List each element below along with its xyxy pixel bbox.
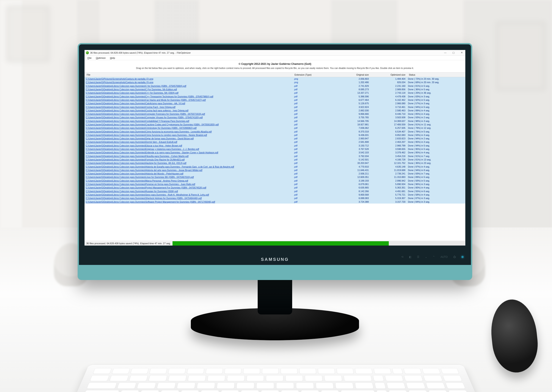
- table-row[interactable]: C:\Users\JavierG\Desktop\Libros Coleccio…: [85, 109, 465, 112]
- table-row[interactable]: C:\Users\JavierG\Desktop\Libros Coleccio…: [85, 182, 465, 186]
- file-link[interactable]: C:\Users\JavierG\Desktop\Libros Coleccio…: [86, 85, 294, 87]
- col-header-status[interactable]: Status: [408, 73, 464, 76]
- file-link[interactable]: C:\Users\JavierG\Desktop\Libros Coleccio…: [86, 134, 294, 136]
- file-link[interactable]: C:\Users\JavierG\Desktop\Libros Coleccio…: [86, 88, 294, 91]
- file-link[interactable]: C:\Users\JavierG\Desktop\Libros Coleccio…: [86, 102, 294, 105]
- table-row[interactable]: C:\Users\JavierG\Desktop\Libros Coleccio…: [85, 95, 465, 98]
- file-link[interactable]: C:\Users\JavierG\Desktop\Libros Coleccio…: [86, 158, 294, 161]
- file-link[interactable]: C:\Users\JavierG\Desktop\Libros Coleccio…: [86, 141, 294, 143]
- table-row[interactable]: C:\Users\JavierG\Desktop\Libros Coleccio…: [85, 179, 465, 182]
- table-row[interactable]: C:\Users\JavierG\Desktop\Libros Coleccio…: [85, 186, 465, 189]
- table-row[interactable]: C:\Users\JavierG\Desktop\Libros Coleccio…: [85, 130, 465, 133]
- col-header-opt[interactable]: Optimized size: [371, 73, 408, 76]
- table-row[interactable]: C:\Users\JavierG\Desktop\Libros Coleccio…: [85, 91, 465, 95]
- table-row[interactable]: C:\Users\JavierG\Desktop\Libros Coleccio…: [85, 126, 465, 130]
- file-link[interactable]: C:\Users\JavierG\Pictures\Screenshots\Ca…: [86, 81, 294, 84]
- file-link[interactable]: C:\Users\JavierG\Desktop\Libros Coleccio…: [86, 183, 294, 185]
- file-link[interactable]: C:\Users\JavierG\Desktop\Libros Coleccio…: [86, 109, 294, 112]
- grid-header[interactable]: File Extension (Type) Original size Opti…: [85, 72, 465, 77]
- window-maximize-button[interactable]: ▢: [451, 51, 456, 54]
- cell-ext: .png: [294, 77, 335, 80]
- file-link[interactable]: C:\Users\JavierG\Desktop\Libros Coleccio…: [86, 95, 294, 98]
- osd-btn-6[interactable]: AUTO: [441, 255, 448, 259]
- table-row[interactable]: C:\Users\JavierG\Desktop\Libros Coleccio…: [85, 88, 465, 91]
- table-row[interactable]: C:\Users\JavierG\Desktop\Libros Coleccio…: [85, 147, 465, 151]
- table-row[interactable]: C:\Users\JavierG\Desktop\Libros Coleccio…: [85, 133, 465, 137]
- file-link[interactable]: C:\Users\JavierG\Desktop\Libros Coleccio…: [86, 113, 294, 115]
- table-row[interactable]: C:\Users\JavierG\Desktop\Libros Coleccio…: [85, 193, 465, 196]
- file-link[interactable]: C:\Users\JavierG\Desktop\Libros Coleccio…: [86, 137, 294, 140]
- keyboard[interactable]: [73, 365, 479, 392]
- table-row[interactable]: C:\Users\JavierG\Desktop\Libros Coleccio…: [85, 151, 465, 154]
- table-row[interactable]: C:\Users\JavierG\Desktop\Libros Coleccio…: [85, 200, 465, 203]
- file-link[interactable]: C:\Users\JavierG\Desktop\Libros Coleccio…: [86, 193, 294, 196]
- window-close-button[interactable]: ✕: [459, 51, 464, 54]
- file-link[interactable]: C:\Users\JavierG\Desktop\Libros Coleccio…: [86, 123, 294, 126]
- table-row[interactable]: C:\Users\JavierG\Desktop\Libros Coleccio…: [85, 137, 465, 140]
- file-link[interactable]: C:\Users\JavierG\Desktop\Libros Coleccio…: [86, 106, 294, 108]
- table-row[interactable]: C:\Users\JavierG\Desktop\Libros Coleccio…: [85, 168, 465, 172]
- table-row[interactable]: C:\Users\JavierG\Pictures\Screenshots\Ca…: [85, 77, 465, 81]
- osd-btn-3[interactable]: ☰: [417, 255, 419, 259]
- file-link[interactable]: C:\Users\JavierG\Desktop\Libros Coleccio…: [86, 169, 294, 171]
- col-header-ext[interactable]: Extension (Type): [294, 73, 335, 76]
- osd-btn-7[interactable]: ⏻: [453, 255, 456, 259]
- file-link[interactable]: C:\Users\JavierG\Desktop\Libros Coleccio…: [86, 201, 294, 203]
- table-row[interactable]: C:\Users\JavierG\Desktop\Libros Coleccio…: [85, 172, 465, 175]
- table-row[interactable]: C:\Users\JavierG\Desktop\Libros Coleccio…: [85, 165, 465, 168]
- table-row[interactable]: C:\Users\JavierG\Desktop\Libros Coleccio…: [85, 140, 465, 144]
- table-row[interactable]: C:\Users\JavierG\Desktop\Libros Coleccio…: [85, 144, 465, 147]
- table-row[interactable]: C:\Users\JavierG\Desktop\Libros Coleccio…: [85, 196, 465, 200]
- file-link[interactable]: C:\Users\JavierG\Desktop\Libros Coleccio…: [86, 116, 294, 119]
- file-link[interactable]: C:\Users\JavierG\Desktop\Libros Coleccio…: [86, 151, 294, 154]
- file-link[interactable]: C:\Users\JavierG\Desktop\Libros Coleccio…: [86, 165, 294, 168]
- table-row[interactable]: C:\Users\JavierG\Desktop\Libros Coleccio…: [85, 158, 465, 161]
- osd-btn-5[interactable]: ⌃: [433, 255, 435, 259]
- table-row[interactable]: C:\Users\JavierG\Desktop\Libros Coleccio…: [85, 116, 465, 119]
- osd-btn-4[interactable]: ⌄: [425, 255, 427, 259]
- table-row[interactable]: C:\Users\JavierG\Desktop\Libros Coleccio…: [85, 161, 465, 165]
- table-row[interactable]: C:\Users\JavierG\Desktop\Libros Coleccio…: [85, 123, 465, 126]
- file-link[interactable]: C:\Users\JavierG\Desktop\Libros Coleccio…: [86, 91, 294, 94]
- file-link[interactable]: C:\Users\JavierG\Desktop\Libros Coleccio…: [86, 127, 294, 129]
- menu-optimize[interactable]: Optimize: [94, 56, 108, 59]
- cell-opt: 4.491.681: [371, 190, 408, 193]
- col-header-orig[interactable]: Original size: [335, 73, 371, 76]
- table-row[interactable]: C:\Users\JavierG\Desktop\Libros Coleccio…: [85, 119, 465, 123]
- window-minimize-button[interactable]: —: [443, 51, 448, 54]
- file-link[interactable]: C:\Users\JavierG\Desktop\Libros Coleccio…: [86, 190, 294, 193]
- table-row[interactable]: C:\Users\JavierG\Desktop\Libros Coleccio…: [85, 84, 465, 88]
- titlebar[interactable]: 36 files processed. 64.828.438 bytes sav…: [85, 50, 465, 56]
- file-link[interactable]: C:\Users\JavierG\Pictures\Screenshots\Ca…: [86, 77, 294, 80]
- grid-body[interactable]: C:\Users\JavierG\Pictures\Screenshots\Ca…: [85, 77, 465, 241]
- menu-help[interactable]: Help: [108, 56, 117, 59]
- file-link[interactable]: C:\Users\JavierG\Desktop\Libros Coleccio…: [86, 179, 294, 182]
- table-row[interactable]: C:\Users\JavierG\Desktop\Libros Coleccio…: [85, 105, 465, 109]
- file-link[interactable]: C:\Users\JavierG\Desktop\Libros Coleccio…: [86, 130, 294, 133]
- table-row[interactable]: C:\Users\JavierG\Desktop\Libros Coleccio…: [85, 189, 465, 193]
- table-row[interactable]: C:\Users\JavierG\Pictures\Screenshots\Ca…: [85, 81, 465, 84]
- table-row[interactable]: C:\Users\JavierG\Desktop\Libros Coleccio…: [85, 175, 465, 179]
- file-link[interactable]: C:\Users\JavierG\Desktop\Libros Coleccio…: [86, 155, 294, 157]
- table-row[interactable]: C:\Users\JavierG\Desktop\Libros Coleccio…: [85, 98, 465, 102]
- file-link[interactable]: C:\Users\JavierG\Desktop\Libros Coleccio…: [86, 144, 294, 147]
- menu-file[interactable]: File: [86, 56, 93, 59]
- col-header-file[interactable]: File: [86, 73, 294, 76]
- cell-orig: 13.337.271: [335, 91, 371, 94]
- table-row[interactable]: C:\Users\JavierG\Desktop\Libros Coleccio…: [85, 102, 465, 105]
- file-link[interactable]: C:\Users\JavierG\Desktop\Libros Coleccio…: [86, 120, 294, 122]
- file-link[interactable]: C:\Users\JavierG\Desktop\Libros Coleccio…: [86, 162, 294, 164]
- file-link[interactable]: C:\Users\JavierG\Desktop\Libros Coleccio…: [86, 172, 294, 175]
- file-link[interactable]: C:\Users\JavierG\Desktop\Libros Coleccio…: [86, 186, 294, 189]
- file-link[interactable]: C:\Users\JavierG\Desktop\Libros Coleccio…: [86, 148, 294, 150]
- file-link[interactable]: C:\Users\JavierG\Desktop\Libros Coleccio…: [86, 197, 294, 199]
- osd-btn-1[interactable]: ⟲: [401, 255, 403, 259]
- osd-btn-2[interactable]: ◧: [409, 255, 411, 259]
- file-link[interactable]: C:\Users\JavierG\Desktop\Libros Coleccio…: [86, 99, 294, 101]
- cell-status: Done ( 68%) in 20 min. 20 seg.: [408, 81, 464, 84]
- cell-orig: 9.800.568: [335, 193, 371, 196]
- table-row[interactable]: C:\Users\JavierG\Desktop\Libros Coleccio…: [85, 154, 465, 158]
- wall-frame-left: [7, 6, 50, 62]
- file-link[interactable]: C:\Users\JavierG\Desktop\Libros Coleccio…: [86, 176, 294, 178]
- table-row[interactable]: C:\Users\JavierG\Desktop\Libros Coleccio…: [85, 112, 465, 116]
